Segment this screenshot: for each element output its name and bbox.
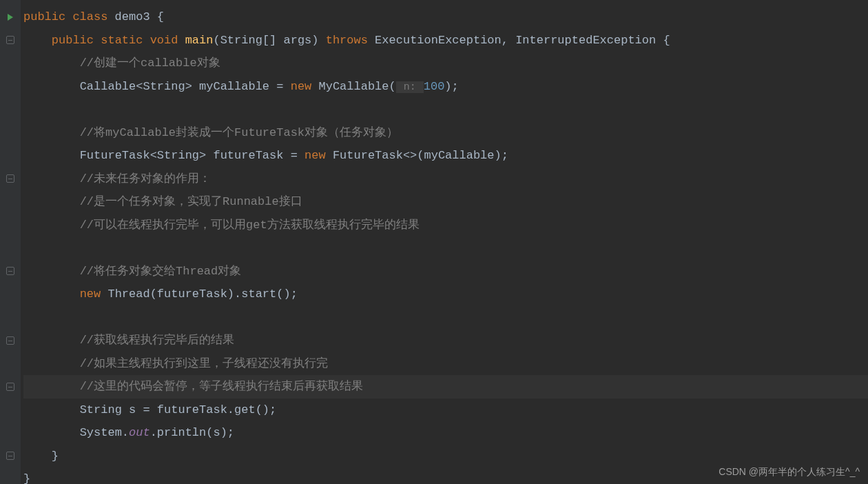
editor-gutter [0,0,21,484]
gutter-fold-icon[interactable] [0,260,21,283]
code-text: String s = futureTask.get(); [80,403,277,416]
gutter-blank [0,352,21,376]
code-line[interactable]: System.out.println(s); [23,421,868,445]
gutter-blank [0,399,21,422]
method-name: main [178,34,213,47]
gutter-fold-icon[interactable] [0,445,21,468]
params: (String[] args) [213,34,318,47]
keyword: public static void [52,34,178,47]
code-text: FutureTask<>(myCallable); [326,149,508,162]
class-name: demo3 { [107,10,164,23]
comment: //将myCallable封装成一个FutureTask对象（任务对象） [80,126,398,139]
code-line[interactable]: //是一个任务对象，实现了Runnable接口 [23,190,868,214]
exceptions: ExecutionException, InterruptedException… [368,34,670,47]
code-line-active[interactable]: //这里的代码会暂停，等子线程执行结束后再获取结果 [23,375,868,399]
code-line[interactable]: //未来任务对象的作用： [23,168,868,191]
code-line[interactable]: //可以在线程执行完毕，可以用get方法获取线程执行完毕的结果 [23,214,868,237]
code-line[interactable]: //如果主线程执行到这里，子线程还没有执行完 [23,352,868,376]
keyword: new [80,288,101,301]
gutter-blank [0,236,21,260]
keyword: new [291,80,312,93]
comment: //是一个任务对象，实现了Runnable接口 [80,195,302,208]
code-text: ); [444,80,458,93]
gutter-blank [0,121,21,145]
code-line[interactable] [23,98,868,121]
gutter-run-icon[interactable] [0,6,21,29]
keyword: throws [319,34,368,47]
gutter-fold-icon[interactable] [0,168,21,191]
code-line[interactable]: public static void main(String[] args) t… [23,29,868,52]
code-line[interactable] [23,306,868,330]
brace: } [23,472,30,484]
code-text: Callable<String> myCallable = [80,80,291,93]
comment: //如果主线程执行到这里，子线程还没有执行完 [80,357,328,370]
comment: //未来任务对象的作用： [80,172,211,185]
comment: //获取线程执行完毕后的结果 [80,334,234,347]
keyword: public class [23,10,107,23]
code-text: MyCallable( [311,80,395,93]
gutter-fold-icon[interactable] [0,29,21,52]
code-line[interactable]: String s = futureTask.get(); [23,399,868,422]
gutter-blank [0,144,21,168]
code-line[interactable]: public class demo3 { [23,6,868,29]
code-line[interactable] [23,236,868,260]
static-field: out [129,426,150,439]
gutter-fold-icon[interactable] [0,375,21,399]
code-text: Thread(futureTask).start(); [101,288,298,301]
number-literal: 100 [424,80,445,93]
code-editor[interactable]: public class demo3 { public static void … [0,0,868,484]
gutter-blank [0,421,21,445]
code-line[interactable]: //将myCallable封装成一个FutureTask对象（任务对象） [23,121,868,145]
code-text: FutureTask<String> futureTask = [80,149,304,162]
code-line[interactable]: Callable<String> myCallable = new MyCall… [23,75,868,99]
gutter-blank [0,98,21,121]
gutter-blank [0,283,21,306]
code-line[interactable]: //创建一个callable对象 [23,52,868,75]
gutter-blank [0,75,21,99]
code-text: .println(s); [150,426,234,439]
code-line[interactable]: } [23,445,868,468]
code-line[interactable]: new Thread(futureTask).start(); [23,283,868,306]
gutter-blank [0,52,21,75]
gutter-fold-icon[interactable] [0,329,21,352]
code-content[interactable]: public class demo3 { public static void … [21,0,868,484]
code-line[interactable]: //将任务对象交给Thread对象 [23,260,868,283]
code-line[interactable]: //获取线程执行完毕后的结果 [23,329,868,352]
comment: //可以在线程执行完毕，可以用get方法获取线程执行完毕的结果 [80,219,420,232]
comment: //将任务对象交给Thread对象 [80,265,242,278]
brace: } [52,450,59,463]
gutter-blank [0,306,21,330]
code-line[interactable]: FutureTask<String> futureTask = new Futu… [23,144,868,168]
gutter-blank [0,214,21,237]
code-text: System. [80,426,129,439]
keyword: new [304,149,326,162]
comment: //创建一个callable对象 [80,57,220,70]
param-hint: n: [396,81,424,93]
watermark-text: CSDN @两年半的个人练习生^_^ [719,466,860,478]
comment: //这里的代码会暂停，等子线程执行结束后再获取结果 [80,380,363,393]
gutter-blank [0,190,21,214]
